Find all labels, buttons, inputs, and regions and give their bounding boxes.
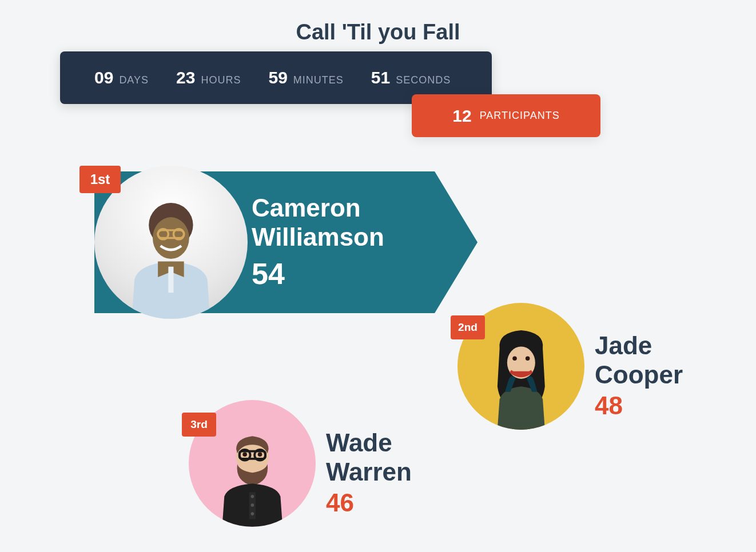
leader-arrow-shape [435, 171, 478, 313]
countdown-seconds: 51 SECONDS [371, 68, 451, 87]
participant-info: Jade Cooper 48 [595, 331, 683, 420]
leaderboard-third-place: 3rd Wade Warren 46 [189, 400, 316, 527]
leader-info: Cameron Williamson 54 [252, 194, 435, 290]
leader-name: Cameron Williamson [252, 194, 435, 251]
rank-badge-second: 2nd [451, 315, 485, 339]
svg-point-8 [526, 357, 530, 361]
participant-score: 48 [595, 391, 683, 420]
participant-info: Wade Warren 46 [326, 429, 412, 517]
participants-label: PARTICIPANTS [480, 110, 560, 122]
countdown-minutes: 59 MINUTES [268, 68, 343, 87]
seconds-value: 51 [371, 68, 390, 87]
svg-point-14 [257, 453, 262, 457]
leaderboard-second-place: 2nd Jade Cooper 48 [457, 303, 584, 430]
hours-value: 23 [176, 68, 195, 87]
participants-count: 12 [452, 106, 471, 126]
leader-score: 54 [252, 257, 435, 291]
participant-name: Jade Cooper [595, 331, 683, 389]
contest-title: Call 'Til you Fall [296, 20, 460, 45]
svg-rect-5 [168, 267, 173, 293]
minutes-value: 59 [268, 68, 287, 87]
participant-score: 46 [326, 489, 412, 517]
participants-badge: 12 PARTICIPANTS [412, 94, 600, 137]
minutes-label: MINUTES [293, 74, 344, 86]
seconds-label: SECONDS [396, 74, 451, 86]
svg-point-7 [512, 357, 517, 361]
hours-label: HOURS [201, 74, 241, 86]
countdown-hours: 23 HOURS [176, 68, 241, 87]
svg-point-16 [250, 495, 254, 498]
svg-point-13 [242, 453, 247, 457]
participant-name: Wade Warren [326, 429, 412, 486]
rank-badge-first: 1st [79, 166, 121, 193]
svg-point-17 [250, 503, 254, 507]
countdown-days: 09 DAYS [94, 68, 149, 87]
days-label: DAYS [119, 74, 149, 86]
svg-point-18 [250, 513, 254, 516]
rank-badge-third: 3rd [182, 413, 216, 437]
days-value: 09 [94, 68, 113, 87]
